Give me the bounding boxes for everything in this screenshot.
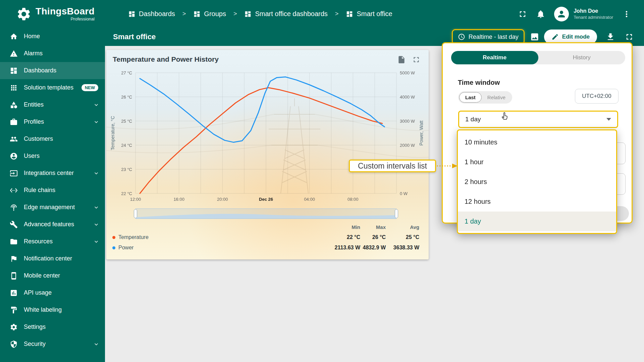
sidebar-item-rule-chains[interactable]: Rule chains <box>0 182 105 199</box>
interval-option-12-hours[interactable]: 12 hours <box>458 192 616 212</box>
sidebar-item-label: Rule chains <box>24 187 100 194</box>
sidebar-item-label: Alarms <box>24 50 100 57</box>
chevron-down-icon <box>93 221 100 228</box>
cursor-hand-icon <box>500 112 509 122</box>
sidebar-item-home[interactable]: Home <box>0 28 105 45</box>
sidebar-item-users[interactable]: Users <box>0 147 105 165</box>
sidebar-nav: HomeAlarmsDashboardsSolution templatesNE… <box>0 28 105 362</box>
sidebar-item-solution-templates[interactable]: Solution templatesNEW <box>0 79 105 96</box>
clock-icon <box>458 33 465 41</box>
notification-icon <box>10 255 18 263</box>
sidebar-item-edge-management[interactable]: Edge management <box>0 199 105 216</box>
interval-option-2-hours[interactable]: 2 hours <box>458 172 616 192</box>
interval-option-1-day[interactable]: 1 day <box>458 212 616 231</box>
sidebar-item-label: Entities <box>24 101 87 108</box>
sidebar-item-customers[interactable]: Customers <box>0 130 105 147</box>
home-icon <box>10 33 18 41</box>
toolbar-fullscreen-icon[interactable] <box>625 32 634 42</box>
legend-series-power[interactable]: Power <box>112 245 320 251</box>
svg-text:4000 W: 4000 W <box>400 95 415 100</box>
sidebar-item-white-labeling[interactable]: White labeling <box>0 301 105 318</box>
image-icon[interactable] <box>530 32 539 42</box>
svg-text:26 °C: 26 °C <box>121 95 132 100</box>
svg-text:5000 W: 5000 W <box>400 70 415 75</box>
interval-dropdown: 10 minutes1 hour2 hours12 hours1 day <box>457 129 617 234</box>
sidebar-item-entities[interactable]: Entities <box>0 96 105 113</box>
download-icon[interactable] <box>606 32 615 42</box>
sidebar-item-resources[interactable]: Resources <box>0 233 105 250</box>
pylon-silhouette <box>106 98 429 193</box>
interval-select[interactable]: 1 day <box>458 111 618 128</box>
mode-toggle: Last Relative <box>458 91 512 104</box>
export-icon[interactable] <box>397 55 406 64</box>
solution-templates-icon <box>10 84 18 92</box>
kebab-menu-icon[interactable] <box>622 9 631 19</box>
grid-icon <box>193 10 201 18</box>
sidebar-item-label: Customers <box>24 135 100 142</box>
notifications-bell-icon[interactable] <box>536 9 545 19</box>
timezone-button[interactable]: UTC+02:00 <box>575 89 619 104</box>
sidebar-item-label: Settings <box>24 323 100 330</box>
interval-option-10-minutes[interactable]: 10 minutes <box>458 132 616 152</box>
svg-text:12:00: 12:00 <box>130 197 141 202</box>
new-badge: NEW <box>82 84 98 91</box>
toggle-last[interactable]: Last <box>459 92 482 103</box>
slider-handle-right[interactable] <box>395 209 398 218</box>
api-icon <box>10 289 18 297</box>
svg-text:16:00: 16:00 <box>173 197 184 202</box>
legend-col-max: Max <box>360 224 386 230</box>
sidebar-item-integrations-center[interactable]: Integrations center <box>0 165 105 182</box>
sidebar-item-profiles[interactable]: Profiles <box>0 113 105 130</box>
breadcrumb-item-smart-office-dashboards[interactable]: Smart office dashboards <box>244 10 327 18</box>
breadcrumb-item-smart-office[interactable]: Smart office <box>346 10 392 18</box>
user-menu[interactable]: John Doe Tenant administrator <box>554 7 613 21</box>
toggle-relative[interactable]: Relative <box>482 92 511 103</box>
advanced-icon <box>10 221 18 229</box>
tab-history[interactable]: History <box>538 51 626 64</box>
sidebar-item-security[interactable]: Security <box>0 336 105 353</box>
integrations-icon <box>10 169 18 177</box>
tab-realtime[interactable]: Realtime <box>451 51 538 64</box>
sidebar-item-alarms[interactable]: Alarms <box>0 45 105 62</box>
app-name: ThingsBoard <box>36 6 95 16</box>
settings-icon <box>10 323 18 331</box>
user-name: John Doe <box>574 8 613 14</box>
legend-series-temperature[interactable]: Temperature <box>112 234 320 240</box>
entities-icon <box>10 101 18 109</box>
svg-text:25 °C: 25 °C <box>121 119 132 124</box>
mobile-icon <box>10 272 18 280</box>
app-logo[interactable]: ThingsBoard Professional <box>0 6 95 22</box>
sidebar-item-dashboards[interactable]: Dashboards <box>0 62 105 79</box>
sidebar-item-api-usage[interactable]: API usage <box>0 284 105 301</box>
legend-power-min: 2113.63 W <box>320 245 360 251</box>
alarms-icon <box>10 50 18 58</box>
slider-handle-left[interactable] <box>134 209 137 218</box>
breadcrumb-label: Groups <box>204 10 226 18</box>
breadcrumb-label: Dashboards <box>139 10 175 18</box>
svg-text:0 W: 0 W <box>400 191 408 196</box>
sidebar-item-advanced-features[interactable]: Advanced features <box>0 216 105 233</box>
sidebar-item-label: Integrations center <box>24 170 87 177</box>
legend-power-max: 4832.9 W <box>360 245 386 251</box>
fullscreen-icon[interactable] <box>518 9 527 19</box>
interval-option-1-hour[interactable]: 1 hour <box>458 152 616 172</box>
widget-fullscreen-icon[interactable] <box>412 55 421 64</box>
breadcrumb-separator: > <box>233 10 237 17</box>
sidebar-item-label: API usage <box>24 289 100 296</box>
chevron-down-icon <box>93 170 100 177</box>
breadcrumb-item-dashboards[interactable]: Dashboards <box>128 10 175 18</box>
sidebar-item-notification-center[interactable]: Notification center <box>0 250 105 267</box>
sidebar-item-label: Profiles <box>24 118 87 125</box>
sidebar-item-label: Dashboards <box>24 67 100 74</box>
svg-text:22 °C: 22 °C <box>121 191 132 196</box>
sidebar-item-label: Edge management <box>24 204 87 211</box>
svg-text:2000 W: 2000 W <box>400 143 415 148</box>
sidebar-item-mobile-center[interactable]: Mobile center <box>0 267 105 284</box>
sidebar-item-settings[interactable]: Settings <box>0 318 105 336</box>
widget-actions <box>397 55 421 64</box>
breadcrumb-separator: > <box>335 10 339 17</box>
time-range-slider[interactable] <box>136 207 396 220</box>
chevron-down-icon <box>93 102 100 108</box>
breadcrumb-item-groups[interactable]: Groups <box>193 10 226 18</box>
legend-temperature-avg: 25 °C <box>386 234 419 240</box>
